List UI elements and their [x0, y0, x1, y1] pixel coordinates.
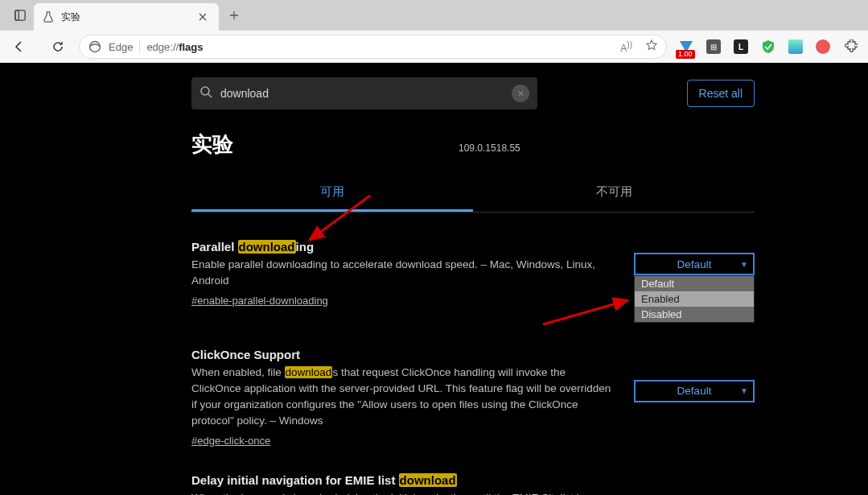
chevron-down-icon: ▼ [740, 386, 748, 395]
tab-available[interactable]: 可用 [191, 175, 473, 212]
tab-title: 实验 [61, 10, 195, 24]
extension-shield-icon[interactable] [755, 34, 781, 60]
flag-dropdown: Default Enabled Disabled [634, 275, 755, 323]
extension-icon-6[interactable] [810, 34, 836, 60]
refresh-button[interactable] [43, 34, 72, 60]
new-tab-button[interactable] [222, 3, 246, 27]
tab-actions-button[interactable] [6, 2, 34, 29]
browser-chrome: 实验 Edge edge://flags A)) [0, 0, 868, 63]
extensions-menu-icon[interactable] [837, 34, 863, 60]
reset-all-button[interactable]: Reset all [687, 80, 755, 107]
flag-description: When enabled, file downloads that reques… [191, 365, 618, 430]
version-text: 109.0.1518.55 [459, 142, 520, 154]
flag-anchor-link[interactable]: #edge-click-once [191, 435, 270, 447]
flag-title: Parallel downloading [191, 240, 618, 254]
edge-icon [88, 39, 102, 54]
dropdown-option-disabled[interactable]: Disabled [635, 307, 754, 322]
flask-icon [42, 10, 55, 23]
svg-point-3 [201, 87, 209, 95]
extension-icon-2[interactable]: ⊞ [701, 34, 726, 60]
url-text: edge://flags [146, 41, 614, 53]
tab-unavailable[interactable]: 不可用 [473, 175, 755, 212]
clear-search-button[interactable]: ✕ [512, 85, 529, 102]
read-aloud-icon[interactable]: A)) [620, 40, 632, 54]
flag-description: When the browser is launched, delay the … [191, 490, 618, 496]
flag-title: ClickOnce Support [191, 348, 618, 361]
flag-item: Parallel downloading Enable parallel dow… [191, 240, 755, 307]
page-title: 实验 [191, 130, 233, 159]
svg-rect-0 [15, 10, 25, 20]
extension-icon-5[interactable] [783, 34, 808, 60]
site-name: Edge [109, 41, 133, 53]
back-button[interactable] [5, 34, 34, 60]
dropdown-option-default[interactable]: Default [635, 276, 754, 291]
address-bar[interactable]: Edge edge://flags A)) [79, 35, 667, 59]
tab-close-button[interactable] [195, 9, 211, 25]
dropdown-option-enabled[interactable]: Enabled [635, 291, 754, 307]
flags-page: ✕ Reset all 实验 109.0.1518.55 可用 不可用 Para… [0, 63, 868, 495]
svg-point-2 [90, 42, 101, 52]
flag-select[interactable]: Default▼ [634, 380, 755, 402]
chevron-down-icon: ▼ [740, 260, 748, 269]
flag-anchor-link[interactable]: #enable-parallel-downloading [191, 295, 328, 307]
search-icon [200, 85, 212, 101]
tabs: 可用 不可用 [191, 175, 755, 212]
flag-title: Delay initial navigation for EMIE list d… [191, 473, 618, 487]
flag-select[interactable]: Default▼ [634, 253, 755, 275]
search-input[interactable] [220, 87, 512, 100]
favorite-icon[interactable] [645, 39, 658, 55]
flag-item: ClickOnce Support When enabled, file dow… [191, 348, 755, 448]
tab-strip: 实验 [0, 0, 868, 31]
browser-tab[interactable]: 实验 [34, 3, 219, 31]
extension-badge: 1.00 [676, 50, 695, 59]
toolbar: Edge edge://flags A)) 1.00 ⊞ L [0, 31, 868, 63]
flag-item: Delay initial navigation for EMIE list d… [191, 473, 755, 496]
extension-idm[interactable]: 1.00 [673, 34, 699, 60]
address-divider [139, 40, 140, 53]
extension-icon-3[interactable]: L [728, 34, 754, 60]
search-box[interactable]: ✕ [191, 77, 537, 109]
flag-description: Enable parallel downloading to accelerat… [191, 257, 618, 290]
svg-rect-1 [15, 10, 19, 20]
